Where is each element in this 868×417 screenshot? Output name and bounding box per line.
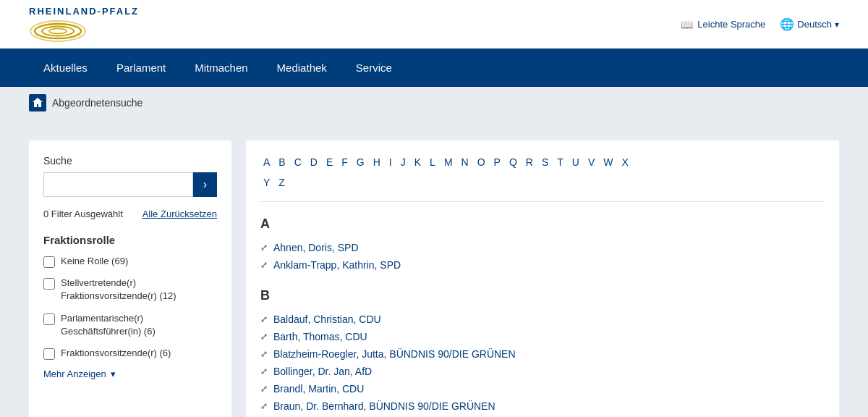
checkbox-stellvertretende-input[interactable] xyxy=(43,278,55,290)
member-link[interactable]: Anklam-Trapp, Kathrin, SPD xyxy=(273,259,401,271)
expand-icon[interactable]: ⤢ xyxy=(260,314,268,324)
member-row: ⤢Braun, Dr. Bernhard, BÜNDNIS 90/DIE GRÜ… xyxy=(260,397,825,415)
member-link[interactable]: Ahnen, Doris, SPD xyxy=(273,242,359,253)
deutsch-label: Deutsch xyxy=(797,19,832,30)
search-input[interactable] xyxy=(43,172,193,197)
checkbox-parlamentarische-label: Parlamentarische(r) Geschäftsführer(in) … xyxy=(61,312,217,338)
checkbox-stellvertretende-label: Stellvertretende(r) Fraktionsvorsitzende… xyxy=(61,277,217,303)
member-row: ⤢Blatzheim-Roegler, Jutta, BÜNDNIS 90/DI… xyxy=(260,345,825,363)
alpha-letter-t[interactable]: T xyxy=(554,155,566,169)
globe-icon: 🌐 xyxy=(780,17,794,31)
nav-bar: Aktuelles Parlament Mitmachen Mediathek … xyxy=(0,49,868,87)
checkbox-fraktionsvorsitzende-label: Fraktionsvorsitzende(r) (6) xyxy=(61,347,171,360)
section-b: B⤢Baldauf, Christian, CDU⤢Barth, Thomas,… xyxy=(260,288,825,415)
reset-filters-link[interactable]: Alle Zurücksetzen xyxy=(142,208,217,219)
alphabet-nav: ABCDEFGHIJKLMNOPQRSTUVWXYZ xyxy=(260,155,825,202)
member-sections: A⤢Ahnen, Doris, SPD⤢Anklam-Trapp, Kathri… xyxy=(260,216,825,415)
member-row: ⤢Barth, Thomas, CDU xyxy=(260,328,825,345)
alpha-letter-v[interactable]: V xyxy=(585,155,597,169)
member-link[interactable]: Bollinger, Dr. Jan, AfD xyxy=(273,366,372,377)
alpha-letter-l[interactable]: L xyxy=(427,155,438,169)
search-button[interactable]: › xyxy=(193,172,217,197)
member-row: ⤢Ahnen, Doris, SPD xyxy=(260,239,825,256)
language-selector[interactable]: 🌐 Deutsch ▾ xyxy=(780,17,839,31)
expand-icon[interactable]: ⤢ xyxy=(260,243,268,253)
alpha-letter-x[interactable]: X xyxy=(619,155,631,169)
svg-point-1 xyxy=(42,27,74,36)
alpha-letter-g[interactable]: G xyxy=(354,155,367,169)
alpha-letter-b[interactable]: B xyxy=(276,155,288,169)
fraktionsrolle-title: Fraktionsrolle xyxy=(43,234,217,246)
book-icon: 📖 xyxy=(681,19,693,30)
expand-icon[interactable]: ⤢ xyxy=(260,366,268,376)
checkbox-keine-rolle-input[interactable] xyxy=(43,256,55,268)
member-link[interactable]: Brandl, Martin, CDU xyxy=(273,383,364,395)
nav-aktuelles[interactable]: Aktuelles xyxy=(29,49,102,87)
breadcrumb-text: Abgeordnetensuche xyxy=(52,97,142,109)
checkbox-keine-rolle-label: Keine Rolle (69) xyxy=(61,255,128,268)
member-row: ⤢Bollinger, Dr. Jan, AfD xyxy=(260,363,825,380)
expand-icon[interactable]: ⤢ xyxy=(260,384,268,394)
alpha-letter-w[interactable]: W xyxy=(600,155,616,169)
breadcrumb: Abgeordnetensuche xyxy=(0,87,868,119)
left-panel: Suche › 0 Filter Ausgewählt Alle Zurücks… xyxy=(29,140,231,417)
alpha-letter-m[interactable]: M xyxy=(441,155,456,169)
member-link[interactable]: Barth, Thomas, CDU xyxy=(273,331,367,342)
checkbox-parlamentarische: Parlamentarische(r) Geschäftsführer(in) … xyxy=(43,312,217,338)
nav-mitmachen[interactable]: Mitmachen xyxy=(180,49,262,87)
alpha-letter-h[interactable]: H xyxy=(370,155,383,169)
leichte-sprache-link[interactable]: 📖 Leichte Sprache xyxy=(681,19,765,30)
section-header-a: A xyxy=(260,216,825,232)
chevron-down-icon: ▾ xyxy=(835,20,839,30)
filter-row: 0 Filter Ausgewählt Alle Zurücksetzen xyxy=(43,208,217,219)
alpha-letter-d[interactable]: D xyxy=(307,155,320,169)
alpha-letter-a[interactable]: A xyxy=(260,155,273,169)
main-content: Suche › 0 Filter Ausgewählt Alle Zurücks… xyxy=(0,119,868,417)
checkbox-keine-rolle: Keine Rolle (69) xyxy=(43,255,217,268)
search-label: Suche xyxy=(43,155,217,167)
nav-mediathek[interactable]: Mediathek xyxy=(263,49,341,87)
member-link[interactable]: Blatzheim-Roegler, Jutta, BÜNDNIS 90/DIE… xyxy=(273,348,516,360)
member-row: ⤢Brandl, Martin, CDU xyxy=(260,380,825,397)
header: RHEINLAND-PFALZ 📖 Leichte Sprache 🌐 Deut… xyxy=(0,0,868,49)
alpha-letter-r[interactable]: R xyxy=(523,155,536,169)
section-header-b: B xyxy=(260,288,825,303)
breadcrumb-icon xyxy=(29,94,46,111)
alpha-letter-y[interactable]: Y xyxy=(260,175,273,190)
member-row: ⤢Anklam-Trapp, Kathrin, SPD xyxy=(260,256,825,274)
member-link[interactable]: Baldauf, Christian, CDU xyxy=(273,313,381,325)
alpha-letter-z[interactable]: Z xyxy=(276,175,288,190)
alpha-letter-k[interactable]: K xyxy=(412,155,424,169)
expand-icon[interactable]: ⤢ xyxy=(260,401,268,411)
alpha-letter-u[interactable]: U xyxy=(569,155,582,169)
nav-parlament[interactable]: Parlament xyxy=(102,49,180,87)
alpha-letter-p[interactable]: P xyxy=(491,155,503,169)
expand-icon[interactable]: ⤢ xyxy=(260,260,268,270)
alpha-letter-s[interactable]: S xyxy=(539,155,551,169)
alpha-letter-q[interactable]: Q xyxy=(506,155,520,169)
checkbox-stellvertretende: Stellvertretende(r) Fraktionsvorsitzende… xyxy=(43,277,217,303)
alpha-letter-n[interactable]: N xyxy=(459,155,472,169)
nav-service[interactable]: Service xyxy=(341,49,407,87)
checkbox-parlamentarische-input[interactable] xyxy=(43,313,55,325)
logo-icon xyxy=(29,17,87,43)
checkbox-fraktionsvorsitzende-input[interactable] xyxy=(43,348,55,360)
logo-text: RHEINLAND-PFALZ xyxy=(29,6,139,17)
section-a: A⤢Ahnen, Doris, SPD⤢Anklam-Trapp, Kathri… xyxy=(260,216,825,274)
alpha-letter-f[interactable]: F xyxy=(339,155,351,169)
right-panel: ABCDEFGHIJKLMNOPQRSTUVWXYZ A⤢Ahnen, Dori… xyxy=(246,140,839,417)
logo-area: RHEINLAND-PFALZ xyxy=(29,6,139,43)
member-row: ⤢Baldauf, Christian, CDU xyxy=(260,311,825,328)
search-row: › xyxy=(43,172,217,197)
expand-icon[interactable]: ⤢ xyxy=(260,349,268,359)
expand-icon[interactable]: ⤢ xyxy=(260,332,268,342)
alpha-letter-o[interactable]: O xyxy=(475,155,488,169)
alpha-letter-c[interactable]: C xyxy=(292,155,305,169)
member-link[interactable]: Braun, Dr. Bernhard, BÜNDNIS 90/DIE GRÜN… xyxy=(273,400,495,412)
mehr-anzeigen-label: Mehr Anzeigen xyxy=(43,368,106,379)
alpha-letter-e[interactable]: E xyxy=(323,155,336,169)
mehr-anzeigen-button[interactable]: Mehr Anzeigen ▾ xyxy=(43,368,217,379)
alpha-letter-i[interactable]: I xyxy=(386,155,395,169)
filter-count: 0 Filter Ausgewählt xyxy=(43,208,123,219)
alpha-letter-j[interactable]: J xyxy=(398,155,409,169)
